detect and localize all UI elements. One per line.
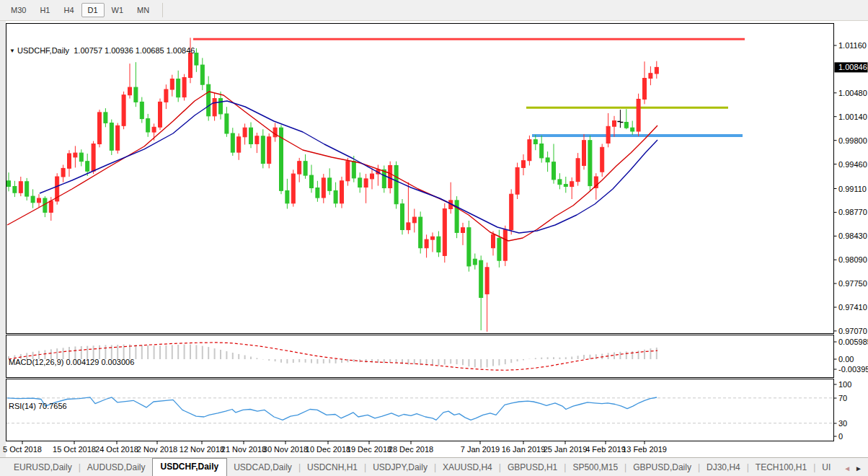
tab-gbpusd-h1[interactable]: GBPUSD,H1 [501,459,564,476]
price-tick-label: 0.98430 [838,232,867,240]
date-label: 10 Dec 2018 [306,445,350,454]
timeframe-button-h1[interactable]: H1 [33,3,56,17]
tab-scroll-left-icon[interactable]: ◄ [843,464,851,472]
timeframe-button-m30[interactable]: M30 [4,3,32,17]
candle-bull [243,128,247,137]
timeframe-button-mn[interactable]: MN [130,3,156,17]
date-label: 13 Feb 2019 [622,445,667,454]
candle-bull [159,102,162,127]
candle-bull [152,127,156,132]
candle-bear [401,204,404,230]
candle-bear [334,190,337,203]
candle-bear [533,140,537,144]
candle-bull [443,209,446,256]
candle-bear [358,178,362,188]
date-label: 19 Dec 2018 [347,445,391,454]
candle-bear [207,84,211,116]
candle-bear [419,217,422,248]
tab-audusd-daily[interactable]: AUDUSD,Daily [81,459,152,476]
candle-bull [389,166,392,188]
candle-bull [116,125,120,150]
tab-gbpusd-daily[interactable]: GBPUSD,Daily [626,459,698,476]
tab-usdcnh-h1[interactable]: USDCNH,H1 [301,459,364,476]
tab-xauusd-h4[interactable]: XAUUSD,H4 [436,459,499,476]
rsi-tick-label: 30 [838,419,847,428]
candle-bull [606,126,610,143]
candle-bear [261,136,265,164]
tab-sp500-m15[interactable]: SP500,M15 [566,459,624,476]
candle-bear [540,144,544,158]
macd-tick-label: 0.00 [838,355,854,363]
candle-bear [382,169,386,188]
candle-bear [134,87,138,102]
symbol-tab-bar: EURUSD,Daily|AUDUSD,DailyUSDCHF,DailyUSD… [0,457,868,476]
price-tick-label: 0.98770 [838,208,867,216]
tab-eurusd-daily[interactable]: EURUSD,Daily [7,459,79,476]
candle-bull [649,74,652,79]
candle-bear [310,175,314,188]
candle-bull [298,162,301,174]
date-label: 2 Nov 2018 [137,445,177,454]
candle-bull [637,100,640,132]
candle-bull [346,162,350,181]
date-label: 5 Oct 2018 [3,445,42,454]
tab-scroll-right-icon[interactable]: ► [855,464,862,472]
date-label: 12 Nov 2018 [180,445,224,454]
candle-bull [128,87,132,95]
candle-bull [655,67,658,74]
candle-bear [249,128,253,144]
mt4-window: { "toolbar":{ "timeframes":["M30","H1","… [0,0,868,476]
date-label: 16 Jan 2019 [502,445,546,454]
candle-bull [68,154,71,168]
candle-bear [316,188,319,198]
candle-bull [503,230,507,261]
candle-bear [200,65,204,84]
tab-usdcad-daily[interactable]: USDCAD,Daily [227,459,298,476]
candle-bull [613,121,616,127]
main-price-panel[interactable] [6,24,834,334]
candle-bull [412,217,416,223]
candle-bear [146,119,150,132]
candle-bear [394,166,398,204]
chart-canvas[interactable]: 1.011601.004801.001400.998000.994600.991… [0,21,868,457]
timeframe-button-d1[interactable]: D1 [81,3,105,17]
candle-bull [570,182,574,187]
candle-bull [461,228,465,233]
candle-bull [74,153,77,157]
date-label: 15 Oct 2018 [53,445,96,454]
candle-bull [182,78,186,97]
tab-usdjpy-daily[interactable]: USDJPY,Daily [366,459,434,476]
candle-bear [546,158,549,162]
candle-bear [79,153,83,162]
timeframe-button-h4[interactable]: H4 [57,3,80,17]
candle-bull [643,79,647,100]
symbol-tabs: EURUSD,Daily|AUDUSD,DailyUSDCHF,DailyUSD… [7,458,837,476]
tab-tech100-h1[interactable]: TECH100,H1 [749,459,813,476]
date-label: 21 Nov 2018 [221,445,266,454]
candle-bear [225,114,229,133]
candle-bear [467,228,471,266]
candle-bull [583,141,586,166]
tab-usdchf-daily[interactable]: USDCHF,Daily [152,458,228,476]
current-price-label: 1.00846 [838,63,867,71]
candle-bull [164,89,168,102]
candle-bull [189,53,192,78]
candle-bear [285,190,289,203]
tab-ui[interactable]: UI [815,459,837,476]
candle-bull [122,95,125,126]
timeframe-button-w1[interactable]: W1 [105,3,130,17]
candle-bull [492,234,495,247]
rsi-tick-label: 100 [838,380,851,389]
candle-bull [485,268,489,294]
candle-bear [104,113,107,123]
candle-bear [140,102,143,118]
candle-bear [479,260,483,297]
date-label: 30 Nov 2018 [263,445,308,454]
candle-bull [255,136,259,144]
rsi-panel[interactable] [6,379,834,441]
price-tick-label: 1.01160 [838,41,867,50]
tab-dj30-h4[interactable]: DJ30,H4 [700,459,747,476]
candle-bull [407,223,410,230]
candle-bull [237,137,241,152]
candle-bull [37,198,41,203]
